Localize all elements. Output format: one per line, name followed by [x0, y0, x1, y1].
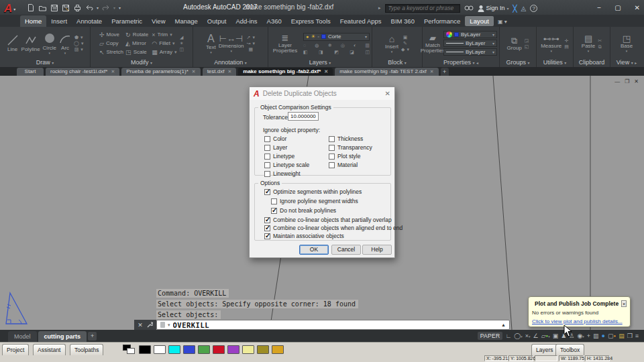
- properties-dialog-launcher-icon[interactable]: ◂: [476, 61, 478, 65]
- panel-label-properties[interactable]: Properties ▾ ◂: [423, 58, 499, 67]
- close-tab-icon[interactable]: ✕: [227, 68, 231, 76]
- layer-prev-icon[interactable]: ◧: [303, 50, 308, 54]
- help-icon[interactable]: ?: [530, 5, 537, 12]
- cut-icon[interactable]: ✂: [598, 38, 602, 43]
- checkbox-lineweight[interactable]: Lineweight: [264, 170, 301, 177]
- quick-calc-icon[interactable]: ▤: [564, 44, 569, 49]
- file-tab[interactable]: make somethign big -fab TEST 2.dxf✕: [335, 68, 438, 76]
- tab-toolpaths[interactable]: Toolpaths: [70, 344, 103, 355]
- paste-tool[interactable]: ▤ Paste▾: [582, 34, 595, 52]
- sign-in-dropdown-icon[interactable]: ▾: [507, 6, 509, 11]
- application-menu-button[interactable]: A▾: [4, 1, 24, 17]
- hatch-icon[interactable]: ▨: [74, 47, 79, 52]
- measure-tool[interactable]: ⊷⊶ Measure▾: [541, 35, 561, 52]
- cancel-button[interactable]: Cancel: [331, 245, 361, 255]
- viewport-minimize-icon[interactable]: —: [614, 78, 620, 84]
- customization-icon[interactable]: ≡: [635, 330, 639, 342]
- layout-tab-cutting-parts[interactable]: cutting parts: [38, 331, 87, 342]
- rotate-tool[interactable]: ↻Rotate: [125, 32, 150, 38]
- notification-link[interactable]: Click to view plot and publish details..…: [532, 318, 627, 324]
- checkbox-maintain-associative[interactable]: Maintain associative objects: [264, 233, 344, 239]
- insert-tool[interactable]: ⌂ Insert▾: [385, 34, 398, 53]
- polyline-tool[interactable]: Polyline: [21, 34, 40, 52]
- match-properties-tool[interactable]: ▰ Match Properties: [425, 34, 441, 54]
- quick-properties-icon[interactable]: ▥: [593, 330, 599, 342]
- redo-icon[interactable]: [102, 3, 110, 11]
- polygon-icon[interactable]: ⬟: [74, 35, 78, 40]
- group-edit-icon[interactable]: ◱: [525, 44, 529, 49]
- tab-insert[interactable]: Insert: [46, 15, 72, 27]
- trim-tool[interactable]: ×Trim▾: [152, 32, 176, 38]
- tab-toolbox[interactable]: Toolbox: [555, 344, 584, 355]
- close-button[interactable]: ✕: [635, 4, 640, 11]
- search-box[interactable]: [385, 4, 460, 13]
- color-swatch[interactable]: [272, 345, 284, 354]
- checkbox-material[interactable]: Material: [329, 162, 358, 168]
- maximize-button[interactable]: ▢: [614, 4, 621, 11]
- graphics-performance-icon[interactable]: ●: [602, 330, 605, 342]
- color-swatch[interactable]: [168, 345, 180, 354]
- layer-delete-icon[interactable]: ◪: [350, 50, 354, 54]
- color-swatch[interactable]: [198, 345, 210, 354]
- annotation-scale-icon[interactable]: ◉▾: [577, 330, 584, 343]
- layer-dropdown[interactable]: ● ☀ ▫ Corte ▾: [303, 33, 370, 41]
- new-layout-button[interactable]: +: [88, 332, 97, 341]
- infocenter-expand-icon[interactable]: ▸: [378, 5, 381, 11]
- close-tab-icon[interactable]: ✕: [324, 68, 328, 76]
- close-tab-icon[interactable]: ✕: [430, 68, 434, 76]
- snap-icon[interactable]: ×▾: [525, 330, 531, 343]
- viewport-restore-icon[interactable]: ❐: [625, 78, 629, 84]
- lineweight-icon[interactable]: ▣: [553, 330, 559, 342]
- line-tool[interactable]: Line: [7, 34, 19, 52]
- panel-label-draw[interactable]: Draw ▾: [0, 58, 90, 67]
- ribbon-display-options-icon[interactable]: ▣ ▾: [498, 19, 507, 27]
- command-dropdown-icon[interactable]: ▾: [168, 322, 170, 328]
- base-tool[interactable]: ◳ Base▾: [621, 34, 633, 52]
- quick-select-icon[interactable]: ✛: [565, 38, 569, 43]
- tab-view[interactable]: View: [147, 15, 170, 27]
- paper-space-button[interactable]: PAPER: [478, 332, 503, 340]
- checkbox-combine-end-to-end[interactable]: Combine co-linear objects when aligned e…: [264, 225, 402, 231]
- command-expand-icon[interactable]: ▲: [501, 322, 506, 327]
- layer-merge-icon[interactable]: ◩: [334, 50, 339, 54]
- ellipse-icon[interactable]: ◯: [74, 41, 79, 46]
- isodraft-icon[interactable]: ◯▾: [514, 330, 523, 343]
- ok-button[interactable]: OK: [299, 245, 329, 255]
- object-color-dropdown[interactable]: ByLayer ▾: [443, 31, 497, 38]
- command-input[interactable]: [173, 321, 499, 329]
- default-color-swatch[interactable]: [123, 345, 136, 355]
- checkbox-no-break-polylines[interactable]: Do not break polylines: [271, 207, 336, 214]
- save-as-icon[interactable]: [62, 3, 70, 12]
- copy-tool[interactable]: ▱Copy: [99, 40, 124, 47]
- new-tab-button[interactable]: +: [441, 68, 449, 76]
- ungroup-icon[interactable]: ◲: [525, 38, 529, 43]
- checkbox-optimize-segments[interactable]: Optimize segments within polylines: [264, 188, 362, 195]
- color-swatch[interactable]: [257, 345, 269, 354]
- qat-customize-icon[interactable]: ▾: [119, 5, 121, 10]
- undo-dropdown-icon[interactable]: ▾: [97, 5, 99, 10]
- tab-assistant[interactable]: Assistant: [33, 344, 66, 355]
- layer-freeze-icon[interactable]: ❄: [328, 43, 332, 48]
- tab-manage[interactable]: Manage: [170, 15, 203, 27]
- exchange-apps-icon[interactable]: ╳: [513, 5, 517, 12]
- notification-close-icon[interactable]: ✕: [621, 300, 627, 307]
- offset-icon[interactable]: ◫: [179, 47, 184, 52]
- file-tab-active[interactable]: make somethign big -fab2.dxf*✕: [238, 68, 333, 76]
- tab-a360[interactable]: A360: [262, 15, 286, 27]
- a360-icon[interactable]: ◬: [521, 5, 527, 12]
- help-button[interactable]: Help: [362, 245, 392, 255]
- group-tool[interactable]: ⧉ Group: [507, 36, 522, 51]
- close-tab-icon[interactable]: ✕: [111, 68, 115, 76]
- create-block-icon[interactable]: ▣: [403, 35, 408, 40]
- checkbox-color[interactable]: Color: [264, 135, 286, 142]
- tab-home[interactable]: Home: [20, 15, 46, 27]
- checkbox-layer[interactable]: Layer: [264, 144, 287, 151]
- dialog-close-icon[interactable]: ✕: [385, 90, 390, 97]
- scale-tool[interactable]: ◳Scale: [125, 49, 150, 56]
- viewport-close-icon[interactable]: ✕: [634, 78, 639, 84]
- arc-tool[interactable]: Arc▾: [59, 33, 71, 54]
- multileader-icon[interactable]: ↝: [247, 41, 251, 46]
- file-tab-start[interactable]: Start: [17, 68, 44, 76]
- redo-dropdown-icon[interactable]: ▾: [113, 5, 115, 10]
- tab-project[interactable]: Project: [2, 344, 29, 355]
